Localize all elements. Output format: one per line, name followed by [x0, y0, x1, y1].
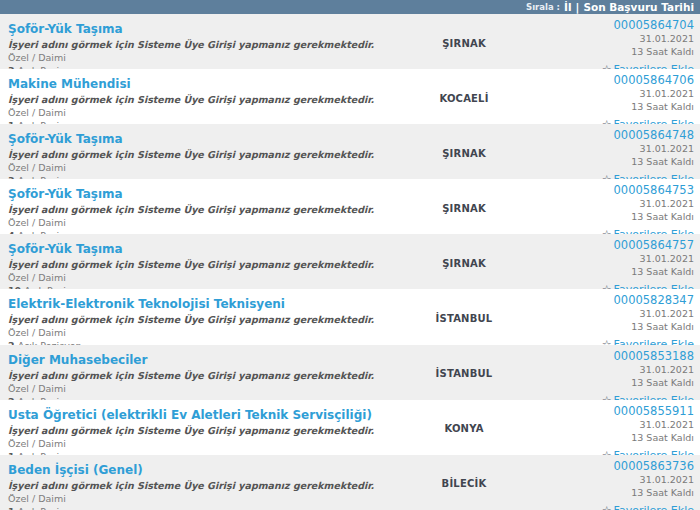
job-listing-row: Elektrik-Elektronik Teknolojisi Teknisye… — [0, 289, 700, 344]
open-positions-count: 2 — [8, 396, 15, 400]
sort-bar: Sırala : İl | Son Başvuru Tarihi — [0, 0, 700, 14]
job-listing-row: Şoför-Yük Taşıma İşyeri adını görmek içi… — [0, 124, 700, 179]
job-city: İSTANBUL — [436, 313, 493, 324]
time-left: 13 Saat Kaldı — [539, 376, 694, 389]
job-listings: Şoför-Yük Taşıma İşyeri adını görmek içi… — [0, 14, 700, 510]
add-to-favorites-link[interactable]: ☆Favorilere Ekle — [602, 173, 694, 179]
job-id-link[interactable]: 00005864757 — [539, 238, 694, 252]
job-type: Özel / Daimi — [8, 492, 389, 505]
job-id-link[interactable]: 00005864748 — [539, 128, 694, 142]
open-positions: 2 Açık Pozisyon — [8, 339, 389, 344]
job-city: BİLECİK — [442, 478, 487, 489]
job-title-link[interactable]: Diğer Muhasebeciler — [8, 353, 147, 368]
city-column: KONYA — [389, 403, 539, 455]
open-positions-count: 3 — [8, 65, 15, 69]
sort-by-date-link[interactable]: Son Başvuru Tarihi — [583, 1, 694, 13]
login-notice: İşyeri adını görmek için Sisteme Üye Gir… — [8, 258, 389, 271]
job-title-link[interactable]: Makine Mühendisi — [8, 77, 131, 92]
open-positions: 1 Açık Pozisyon — [8, 505, 389, 510]
open-positions-suffix: Açık Pozisyon — [21, 285, 88, 289]
add-to-favorites-link[interactable]: ☆Favorilere Ekle — [602, 118, 694, 124]
meta-column: 00005863736 31.01.2021 13 Saat Kaldı ☆Fa… — [539, 458, 694, 510]
job-id-link[interactable]: 00005828347 — [539, 293, 694, 307]
favorite-label: Favorilere Ekle — [614, 504, 694, 510]
city-column: ŞIRNAK — [389, 127, 539, 179]
city-column: İSTANBUL — [389, 348, 539, 400]
add-to-favorites-link[interactable]: ☆Favorilere Ekle — [602, 449, 694, 455]
favorite-label: Favorilere Ekle — [614, 63, 694, 69]
job-title-link[interactable]: Şoför-Yük Taşıma — [8, 187, 123, 202]
open-positions-count: 4 — [8, 230, 15, 234]
city-column: İSTANBUL — [389, 292, 539, 344]
city-column: KOCAELİ — [389, 72, 539, 124]
job-info-column: Şoför-Yük Taşıma İşyeri adını görmek içi… — [8, 237, 389, 289]
meta-column: 00005864753 31.01.2021 13 Saat Kaldı ☆Fa… — [539, 182, 694, 234]
add-to-favorites-link[interactable]: ☆Favorilere Ekle — [602, 228, 694, 234]
add-to-favorites-link[interactable]: ☆Favorilere Ekle — [602, 338, 694, 344]
job-type: Özel / Daimi — [8, 437, 389, 450]
job-title-link[interactable]: Şoför-Yük Taşıma — [8, 22, 123, 37]
open-positions: 3 Açık Pozisyon — [8, 174, 389, 179]
open-positions-suffix: Açık Pozisyon — [15, 230, 82, 234]
open-positions: 10 Açık Pozisyon — [8, 284, 389, 289]
open-positions-count: 1 — [8, 506, 15, 510]
open-positions-suffix: Açık Pozisyon — [15, 65, 82, 69]
job-listing-row: Usta Öğretici (elektrikli Ev Aletleri Te… — [0, 400, 700, 455]
job-type: Özel / Daimi — [8, 51, 389, 64]
star-icon: ☆ — [602, 118, 612, 124]
sort-by-city-link[interactable]: İl — [564, 1, 572, 13]
deadline-date: 31.01.2021 — [539, 418, 694, 431]
star-icon: ☆ — [602, 338, 612, 344]
job-listing-row: Şoför-Yük Taşıma İşyeri adını görmek içi… — [0, 179, 700, 234]
deadline-date: 31.01.2021 — [539, 473, 694, 486]
job-type: Özel / Daimi — [8, 326, 389, 339]
open-positions-count: 1 — [8, 451, 15, 455]
favorite-label: Favorilere Ekle — [614, 338, 694, 344]
star-icon: ☆ — [602, 504, 612, 510]
add-to-favorites-link[interactable]: ☆Favorilere Ekle — [602, 394, 694, 400]
meta-column: 00005853188 31.01.2021 13 Saat Kaldı ☆Fa… — [539, 348, 694, 400]
add-to-favorites-link[interactable]: ☆Favorilere Ekle — [602, 63, 694, 69]
open-positions-suffix: Açık Pozisyon — [15, 175, 82, 179]
job-id-link[interactable]: 00005864706 — [539, 73, 694, 87]
open-positions-count: 2 — [8, 340, 15, 344]
time-left: 13 Saat Kaldı — [539, 210, 694, 223]
job-title-link[interactable]: Elektrik-Elektronik Teknolojisi Teknisye… — [8, 297, 285, 312]
job-info-column: Şoför-Yük Taşıma İşyeri adını görmek içi… — [8, 17, 389, 69]
star-icon: ☆ — [602, 173, 612, 179]
job-title-link[interactable]: Şoför-Yük Taşıma — [8, 132, 123, 147]
favorite-label: Favorilere Ekle — [614, 228, 694, 234]
job-type: Özel / Daimi — [8, 106, 389, 119]
job-type: Özel / Daimi — [8, 161, 389, 174]
job-info-column: Şoför-Yük Taşıma İşyeri adını görmek içi… — [8, 127, 389, 179]
favorite-label: Favorilere Ekle — [614, 283, 694, 289]
time-left: 13 Saat Kaldı — [539, 265, 694, 278]
meta-column: 00005864748 31.01.2021 13 Saat Kaldı ☆Fa… — [539, 127, 694, 179]
login-notice: İşyeri adını görmek için Sisteme Üye Gir… — [8, 93, 389, 106]
deadline-date: 31.01.2021 — [539, 252, 694, 265]
job-info-column: Usta Öğretici (elektrikli Ev Aletleri Te… — [8, 403, 389, 455]
job-id-link[interactable]: 00005855911 — [539, 404, 694, 418]
star-icon: ☆ — [602, 228, 612, 234]
star-icon: ☆ — [602, 283, 612, 289]
job-id-link[interactable]: 00005864704 — [539, 18, 694, 32]
open-positions-suffix: Açık Pozisyon — [15, 340, 82, 344]
open-positions-suffix: Açık Pozisyon — [15, 451, 82, 455]
time-left: 13 Saat Kaldı — [539, 45, 694, 58]
meta-column: 00005864757 31.01.2021 13 Saat Kaldı ☆Fa… — [539, 237, 694, 289]
add-to-favorites-link[interactable]: ☆Favorilere Ekle — [602, 504, 694, 510]
job-title-link[interactable]: Usta Öğretici (elektrikli Ev Aletleri Te… — [8, 408, 372, 423]
open-positions-suffix: Açık Pozisyon — [15, 506, 82, 510]
job-id-link[interactable]: 00005853188 — [539, 349, 694, 363]
job-id-link[interactable]: 00005863736 — [539, 459, 694, 473]
city-column: BİLECİK — [389, 458, 539, 510]
deadline-date: 31.01.2021 — [539, 363, 694, 376]
meta-column: 00005864706 31.01.2021 13 Saat Kaldı ☆Fa… — [539, 72, 694, 124]
job-title-link[interactable]: Beden İşçisi (Genel) — [8, 463, 143, 478]
star-icon: ☆ — [602, 449, 612, 455]
job-title-link[interactable]: Şoför-Yük Taşıma — [8, 242, 123, 257]
add-to-favorites-link[interactable]: ☆Favorilere Ekle — [602, 283, 694, 289]
meta-column: 00005828347 31.01.2021 13 Saat Kaldı ☆Fa… — [539, 292, 694, 344]
deadline-date: 31.01.2021 — [539, 87, 694, 100]
job-id-link[interactable]: 00005864753 — [539, 183, 694, 197]
